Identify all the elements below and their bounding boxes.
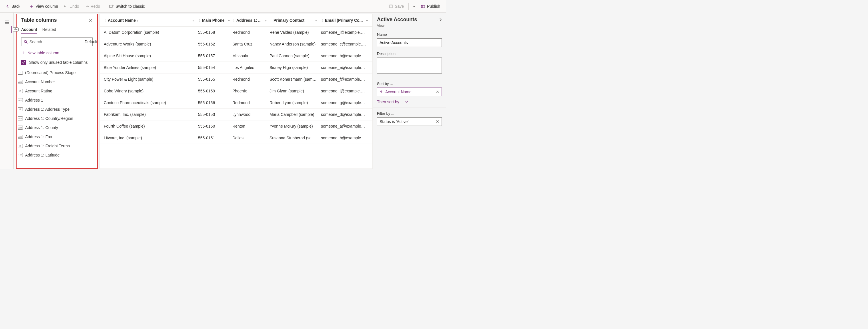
side-title: Active Accounts [377,17,417,23]
column-header-main-phone[interactable]: ⋮ Main Phone ⌄ [196,18,231,23]
cell-phone: 555-0158 [196,30,231,35]
column-list-item[interactable]: ≡(Deprecated) Process Stage [18,68,93,77]
add-icon [30,4,34,8]
chevron-down-icon[interactable]: ⌄ [313,18,317,22]
column-item-label: (Deprecated) Process Stage [25,71,76,75]
table-row[interactable]: Fourth Coffee (sample)555-0150RentonYvon… [100,120,372,132]
cell-email: someone_f@example.com [319,77,368,82]
table-body[interactable]: A. Datum Corporation (sample)555-0158Red… [100,27,372,144]
publish-button[interactable]: Publish [418,3,442,10]
sort-chip[interactable]: Account Name ✕ [377,87,442,96]
table-row[interactable]: Blue Yonder Airlines (sample)555-0154Los… [100,62,372,74]
table-row[interactable]: A. Datum Corporation (sample)555-0158Red… [100,27,372,38]
column-list-item[interactable]: ⊟Account Rating [18,86,93,95]
save-button[interactable]: Save [387,3,406,10]
column-item-label: Address 1: Country/Region [25,116,73,121]
column-type-icon: Abc [18,116,23,120]
cell-addr: Lynnwood [231,112,268,117]
column-list-item[interactable]: AbcAccount Number [18,77,93,86]
cell-addr: Missoula [231,54,268,58]
description-input[interactable] [377,57,442,74]
column-item-label: Address 1 [25,98,43,103]
column-list-item[interactable]: AbcAddress 1: County [18,123,93,132]
tab-related[interactable]: Related [42,27,56,34]
name-input[interactable] [377,38,442,47]
expand-button[interactable] [439,18,442,22]
column-type-icon: Abc [18,126,23,130]
cell-addr: Phoenix [231,89,268,93]
new-column-button[interactable]: New table column [21,50,93,56]
then-sort-label: Then sort by ... [377,100,404,104]
search-input[interactable] [29,39,80,44]
text-field-icon[interactable]: Abc [13,27,19,31]
undo-button[interactable]: Undo [61,3,81,10]
view-column-button[interactable]: View column [27,3,60,10]
column-list-item[interactable]: AbcAddress 1: Country/Region [18,114,93,123]
name-section: Name Description [373,31,446,78]
column-header-primary-contact[interactable]: ⋮ Primary Contact ⌄ [268,18,319,23]
redo-button[interactable]: Redo [83,3,102,10]
column-item-label: Address 1: Fax [25,134,52,139]
table-row[interactable]: Coho Winery (sample)555-0159PhoenixJim G… [100,85,372,97]
undo-icon [64,4,68,8]
cell-addr: Redmond [231,101,268,105]
grip-icon: ⋮ [232,19,235,22]
separator [25,3,25,10]
hamburger-button[interactable] [2,18,11,27]
cell-name: Coho Winery (sample) [102,89,196,93]
tab-account[interactable]: Account [21,27,37,34]
left-rail [0,12,14,169]
column-list-item[interactable]: abcAddress 1 [18,95,93,105]
cell-contact: Maria Campbell (sample) [268,112,319,117]
table-row[interactable]: Adventure Works (sample)555-0152Santa Cr… [100,38,372,50]
save-chevron-button[interactable] [411,4,417,9]
table-row[interactable]: City Power & Light (sample)555-0155Redmo… [100,74,372,85]
column-list-item[interactable]: ⊟Address 1: Address Type [18,105,93,114]
column-list-item[interactable]: 123Address 1: Latitude [18,150,93,160]
chevron-down-icon[interactable]: ⌄ [226,18,230,22]
save-icon [389,4,393,8]
cell-name: A. Datum Corporation (sample) [102,30,196,35]
column-item-label: Address 1: Latitude [25,153,60,157]
chevron-down-icon[interactable]: ⌄ [263,18,267,22]
remove-sort-button[interactable]: ✕ [436,89,439,94]
table-row[interactable]: Fabrikam, Inc. (sample)555-0153LynnwoodM… [100,109,372,120]
switch-classic-button[interactable]: Switch to classic [107,3,147,10]
table-row[interactable]: Contoso Pharmaceuticals (sample)555-0156… [100,97,372,109]
cell-addr: Los Angeles [231,65,268,70]
cell-phone: 555-0153 [196,112,231,117]
chevron-down-icon [413,5,415,8]
column-header-email[interactable]: ⋮ Email (Primary Co... ⌄ [319,18,368,23]
cell-email: someone_d@example.com [319,112,368,117]
svg-rect-4 [421,5,423,8]
then-sort-button[interactable]: Then sort by ... [377,100,442,104]
column-list-item[interactable]: ⊟Address 1: Freight Terms [18,141,93,150]
undo-label: Undo [69,4,79,8]
column-type-icon: ⊟ [18,89,23,93]
table-row[interactable]: Alpine Ski House (sample)555-0157Missoul… [100,50,372,62]
cell-contact: Yvonne McKay (sample) [268,124,319,129]
panel-close-button[interactable] [89,18,93,22]
column-header-address[interactable]: ⋮ Address 1: ... ⌄ [231,18,268,23]
filter-chip[interactable]: Status is 'Active' ✕ [377,117,442,126]
sort-asc-icon: ↑ [137,19,138,22]
column-list-item[interactable]: AbcAddress 1: Fax [18,132,93,141]
cell-name: Fabrikam, Inc. (sample) [102,112,196,117]
cell-contact: Sidney Higa (sample) [268,65,319,70]
publish-icon [421,4,425,8]
chevron-down-icon[interactable]: ⌄ [364,18,368,22]
column-type-icon: Abc [18,135,23,139]
cell-name: Blue Yonder Airlines (sample) [102,65,196,70]
remove-filter-button[interactable]: ✕ [436,119,439,124]
column-list[interactable]: ≡(Deprecated) Process StageAbcAccount Nu… [17,68,97,168]
back-button[interactable]: Back [3,3,23,10]
properties-panel: Active Accounts View Name Description So… [373,12,446,169]
show-unused-checkbox[interactable] [21,60,26,65]
checkmark-icon [22,61,25,64]
header-label: Main Phone [202,18,225,23]
table-row[interactable]: Litware, Inc. (sample)555-0151DallasSusa… [100,132,372,144]
column-header-account-name[interactable]: ⋮ Account Name ↑ ⌄ [102,18,196,23]
cell-addr: Redmond [231,77,268,82]
hamburger-icon [5,20,9,24]
chevron-down-icon[interactable]: ⌄ [190,18,195,22]
